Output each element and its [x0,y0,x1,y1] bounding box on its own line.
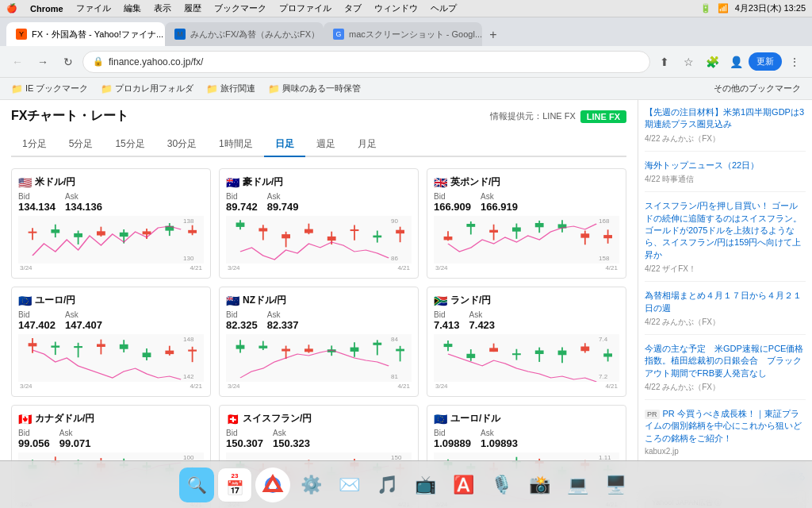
currency-name: 🇺🇸 米ドル/円 [18,175,204,189]
svg-rect-59 [143,352,151,357]
svg-rect-83 [466,354,475,358]
dock-mail[interactable]: ✉️ [331,468,366,502]
chart-axis-right: 90 86 [389,216,412,264]
news-meta-4: 4/22 みんかぶ（FX） [645,382,806,393]
menu-help[interactable]: ヘルプ [431,2,457,14]
bid-label: Bid [226,310,258,319]
menu-icon[interactable]: ⋮ [783,51,806,73]
news-source-0: みんかぶ（FX） [662,134,720,143]
ask-value: 99.071 [59,437,91,449]
bid-ask-row: Bid 99.056 Ask 99.071 [18,429,204,449]
dock-finder[interactable]: 🔍 [179,468,214,502]
menu-profile[interactable]: プロファイル [279,2,331,14]
provider-info: 情報提供元：LINE FX LINE FX [490,110,626,123]
news-title-5[interactable]: PRPR 今買うべき成長株！｜東証プライムの個別銘柄を中心にこれから狙いどころの… [645,408,806,444]
bookmark-procale[interactable]: 📁 プロカレ用フォルダ [96,81,198,96]
dock-music[interactable]: 🎵 [370,468,404,502]
tab-1min[interactable]: 1分足 [11,133,58,157]
menu-view[interactable]: 表示 [154,2,171,14]
svg-rect-65 [236,345,245,349]
dock-terminal[interactable]: 💻 [560,468,595,502]
chart-axis-bottom: 3/24 4/21 [18,383,204,390]
bookmark-travel[interactable]: 📁 旅行関連 [201,81,260,96]
new-tab-button[interactable]: + [482,24,504,46]
dock-photos[interactable]: 📸 [522,468,557,502]
tab-yahoo-fx[interactable]: Y FX・外国為替 - Yahoo!ファイナ... ✕ [6,22,165,46]
dock-settings[interactable]: ⚙️ [293,468,328,502]
forward-button[interactable]: → [32,51,54,73]
bookmarks-more[interactable]: その他のブックマーク [709,81,806,96]
tab-minkab[interactable]: M みんかぶFX/為替（みんかぶFX） ✕ [165,22,324,46]
dock-tv[interactable]: 📺 [408,468,442,502]
currency-card[interactable]: 🇪🇺 ユーロ/円 Bid 147.402 Ask 147.407 148 142… [11,287,211,397]
news-title-1[interactable]: 海外トップニュース（22日） [645,160,806,171]
chart-axis-bottom: 3/24 4/21 [226,264,412,271]
profile-icon[interactable]: 👤 [725,51,747,73]
news-date-3: 4/22 [645,318,660,326]
chrome-toolbar: ← → ↻ 🔒 finance.yahoo.co.jp/fx/ ⬆ ☆ 🧩 👤 … [0,46,812,78]
dock-display[interactable]: 🖥️ [598,468,633,502]
ask-label: Ask [267,192,299,201]
ask-label: Ask [481,192,518,201]
chart-area: 148 142 [18,334,204,382]
svg-rect-21 [282,234,290,238]
currency-name: 🇿🇦 ランド/円 [434,294,619,307]
tab-weekly[interactable]: 週足 [305,133,347,157]
clock: 4月23日(木) 13:25 [735,2,806,14]
bid-value: 1.09889 [434,437,471,449]
currency-flag: 🇳🇿 [226,294,239,307]
back-button[interactable]: ← [6,51,29,73]
tab-1hour[interactable]: 1時間足 [208,133,264,157]
currency-card[interactable]: 🇳🇿 NZドル/円 Bid 82.325 Ask 82.337 84 81 3/… [219,287,419,397]
tab-30min[interactable]: 30分足 [156,133,208,157]
news-source-5: kabux2.jp [645,447,679,456]
dock-podcast[interactable]: 🎙️ [484,468,519,502]
share-icon[interactable]: ⬆ [653,51,676,73]
bookmark-label-1: IE ブックマーク [25,83,88,94]
news-title-0[interactable]: 【先週の注目材料】米第1四半期GDPは3期連続プラス圏見込み [645,106,806,131]
address-bar[interactable]: 🔒 finance.yahoo.co.jp/fx/ [82,51,650,73]
currency-card[interactable]: 🇿🇦 ランド/円 Bid 7.413 Ask 7.423 7.4 7.2 3/2… [427,287,626,397]
chart-axis-right: 168 158 [597,216,619,264]
bid-ask-row: Bid 82.325 Ask 82.337 [226,310,412,331]
toolbar-icons: ⬆ ☆ 🧩 👤 更新 ⋮ [653,51,806,73]
bid-value: 99.056 [18,437,50,449]
bookmark-interest[interactable]: 📁 興味のある一時保管 [263,81,366,96]
tab-5min[interactable]: 5分足 [58,133,105,157]
news-panel: 【先週の注目材料】米第1四半期GDPは3期連続プラス圏見込み 4/22 みんかぶ… [638,100,812,508]
dock-chrome[interactable] [255,468,290,502]
tab-google[interactable]: G macスクリーンショット - Googl... ✕ [324,22,482,46]
menu-edit[interactable]: 編集 [124,2,141,14]
ask-value: 89.749 [267,201,299,213]
currency-card[interactable]: 🇬🇧 英ポンド/円 Bid 166.909 Ask 166.919 168 15… [427,168,626,279]
svg-rect-1 [29,232,37,233]
svg-rect-29 [373,236,381,238]
menu-file[interactable]: ファイル [76,2,111,14]
tab-daily[interactable]: 日足 [264,133,305,157]
currency-card[interactable]: 🇦🇺 豪ドル/円 Bid 89.742 Ask 89.749 90 86 3/2… [219,168,419,279]
menu-bookmarks[interactable]: ブックマーク [214,2,266,14]
currency-name: 🇬🇧 英ポンド/円 [434,175,619,189]
menu-tab[interactable]: タブ [344,2,362,14]
news-title-3[interactable]: 為替相場まとめ４月１７日から４月２１日の週 [645,290,806,314]
dock-calendar[interactable]: 23 📅 [217,468,252,502]
update-button[interactable]: 更新 [749,52,782,71]
currency-flag: 🇺🇸 [18,176,32,189]
tab-15min[interactable]: 15分足 [104,133,155,157]
menu-history[interactable]: 履歴 [184,2,201,14]
bookmark-star-icon[interactable]: ☆ [677,51,699,73]
menu-window[interactable]: ウィンドウ [374,2,418,14]
tab-monthly[interactable]: 月足 [347,133,388,157]
news-meta-2: 4/22 ザイFX！ [645,264,806,275]
bid-value: 7.413 [434,319,460,331]
currency-card[interactable]: 🇺🇸 米ドル/円 Bid 134.134 Ask 134.136 138 130… [11,168,211,279]
news-title-4[interactable]: 今週の主な予定 米GDP速報にPCE価格指数。植田総裁初の日銀会合 ブラックアウ… [645,343,806,379]
news-source-1: 時事通信 [662,175,694,183]
news-item: スイスフラン/円を押し目買い！ ゴールドの続伸に追随するのはスイスフラン。ゴール… [645,200,806,282]
reload-button[interactable]: ↻ [57,51,79,73]
news-title-2[interactable]: スイスフラン/円を押し目買い！ ゴールドの続伸に追随するのはスイスフラン。ゴール… [645,200,806,261]
bookmark-ie[interactable]: 📁 IE ブックマーク [6,81,93,96]
extension-icon[interactable]: 🧩 [701,51,723,73]
dock-appstore[interactable]: 🅰️ [446,468,481,502]
apple-menu[interactable]: 🍎 [6,3,17,13]
